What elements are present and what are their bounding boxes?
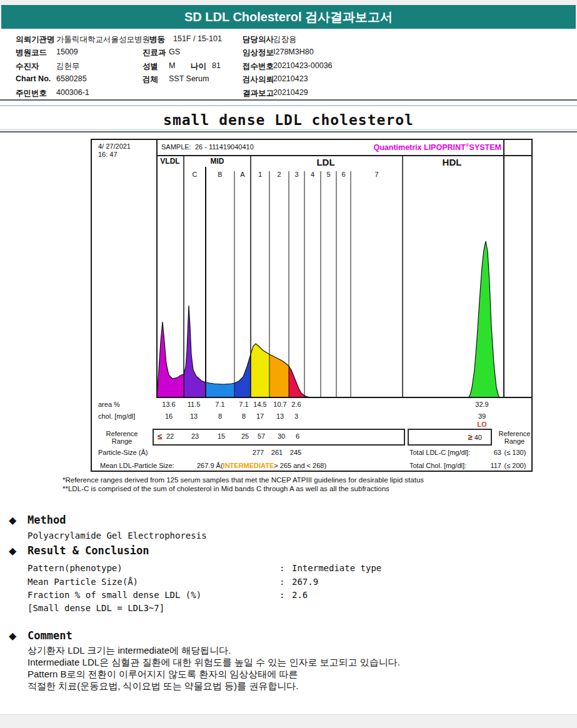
patient-row-4: Chart No. 6580285 검체 SST Serum 검사의뢰 2021… <box>16 74 566 86</box>
mean-size-value: 267.9 Å <box>197 462 221 469</box>
ldl1-peak <box>251 344 269 398</box>
psize-row-label: Particle-Size (Å) <box>98 449 148 456</box>
specimen-value: SST Serum <box>169 74 209 83</box>
ge-symbol: ≥ <box>468 432 473 442</box>
divider-light-2 <box>0 129 577 130</box>
mean-size-label: Mean LDL-Particle Size: <box>100 462 174 469</box>
resident-label: 주민번호 <box>16 88 47 99</box>
org-value: 가톨릭대학교서울성모병원 <box>56 34 150 45</box>
ref-hdl-group: ≥ 40 <box>468 434 491 441</box>
divider-light-1 <box>0 105 577 106</box>
result-label: Pattern(phenotype) <box>28 563 123 573</box>
receipt-value: 20210423-00036 <box>273 61 333 70</box>
ref-vldl: 22 <box>161 432 179 440</box>
chol-mid-c: 13 <box>181 412 206 420</box>
result-value: 2.6 <box>292 590 308 600</box>
name-value: 김헌무 <box>56 61 80 72</box>
area-percent-row: area % 13.6 11.5 7.1 7.1 14.5 10.7 2.6 3… <box>92 401 533 409</box>
chart-time: 16: 47 <box>98 151 131 159</box>
receipt-label: 접수번호 <box>243 61 274 72</box>
hospital-code-label: 병원코드 <box>16 47 47 58</box>
patient-row-1: 의뢰기관명 가톨릭대학교서울성모병원 병동 151F / 15-101 담당의사… <box>16 34 566 46</box>
total-ldl-label: Total LDL-C [mg/dl]: <box>409 449 470 456</box>
mean-size-row: Mean LDL-Particle Size: 267.9 Å(INTERMED… <box>92 462 533 471</box>
divider-date-cell <box>156 140 158 398</box>
chart-date: 4/ 27/2021 <box>98 142 131 151</box>
patient-row-3: 수진자 김헌무 성별 M 나이 81 접수번호 20210423-00036 <box>16 61 566 72</box>
patient-row-2: 병원코드 15009 진료과 GS 임상정보 I278M3H80 <box>16 47 566 59</box>
area-vldl: 13.6 <box>156 401 181 408</box>
brand-name: Quantimetrix LIPOPRINT <box>373 143 465 152</box>
result-note: [Small dense LDL = LDL3~7] <box>28 603 164 613</box>
org-label: 의뢰기관명 <box>16 34 55 45</box>
result-value: Intermediate type <box>292 563 381 573</box>
patient-row-5: 주민번호 400306-1 결과보고 20210429 <box>16 88 566 99</box>
chart-no-label: Chart No. <box>16 74 51 83</box>
area-mid-b: 7.1 <box>208 401 233 408</box>
method-body: Polyacrylamide Gel Electrophoresis <box>28 531 207 541</box>
area-hdl: 32.9 <box>469 401 494 408</box>
total-chol-value: 117 <box>483 462 501 469</box>
total-chol-label: Total Chol. [mg/dl]: <box>409 462 466 469</box>
dept-value: GS <box>169 47 180 56</box>
result-colon: : <box>279 590 284 600</box>
result-label: Fraction % of small dense LDL (%) <box>28 590 201 600</box>
ref-mid-b: 15 <box>212 432 231 440</box>
age-label: 나이 <box>191 61 206 72</box>
area-mid-c: 11.5 <box>181 401 206 408</box>
chol-ldl3: 3 <box>284 412 309 420</box>
intermediate-flag: INTERMEDIATE <box>223 462 274 469</box>
report-date-label: 결과보고 <box>243 88 274 99</box>
footnote-2: **LDL-C is comprised of the sum of chole… <box>63 485 389 492</box>
order-value: 20210423 <box>273 74 308 83</box>
chol-vldl: 16 <box>156 412 181 420</box>
section-title: small dense LDL cholesterol <box>0 112 577 128</box>
comment-line: 상기환자 LDL 크기는 intermediate에 해당됩니다. <box>28 645 231 657</box>
doctor-label: 담당의사 <box>243 34 274 45</box>
area-row-label: area % <box>98 401 120 408</box>
age-value: 81 <box>212 61 221 70</box>
chol-row-label: chol. [mg/dl] <box>98 412 135 420</box>
sample-label: SAMPLE: <box>161 143 191 151</box>
total-chol-ref: (≤ 200) <box>499 462 531 469</box>
ref-range-box-right: ≥ 40 <box>408 429 492 446</box>
mid-b-area <box>206 382 234 398</box>
ref-ldl1: 57 <box>252 432 271 440</box>
diamond-icon: ◆ <box>9 545 16 557</box>
name-label: 수진자 <box>16 61 39 72</box>
report-date-value: 20210429 <box>273 88 308 97</box>
comment-line: Pattern B로의 전환이 이루어지지 않도록 환자의 임상상태에 따른 <box>28 669 298 681</box>
bottom-strip <box>0 714 577 728</box>
sample-value: 26 - 111419040410 <box>195 143 254 151</box>
vldl-peak <box>156 322 184 398</box>
ldl2-area <box>269 354 289 398</box>
sex-value: M <box>169 61 175 70</box>
mean-size-range: > 265 and < 268) <box>274 462 326 469</box>
comment-line: 적절한 치료(운동요법, 식이요법 또는 약물요법 등)를 권유합니다. <box>28 681 298 692</box>
report-title: SD LDL Cholesterol 검사결과보고서 <box>184 10 393 24</box>
area-ldl3: 2.6 <box>284 401 309 408</box>
result-colon: : <box>279 563 284 573</box>
footnote-1: *Reference ranges derived from 125 serum… <box>63 476 424 484</box>
method-heading: Method <box>28 514 66 526</box>
ref-ldl3: 6 <box>288 432 307 440</box>
ward-value: 151F / 15-101 <box>173 34 222 43</box>
total-ldl-ref: (≤ 130) <box>499 449 531 456</box>
comment-line: Intermediate LDL은 심혈관 질환에 대한 위험도를 높일 수 있… <box>28 657 400 669</box>
report-title-bar: SD LDL Cholesterol 검사결과보고서 <box>1 5 576 29</box>
dept-label: 진료과 <box>143 47 166 58</box>
result-heading: Result & Conclusion <box>28 544 149 557</box>
ref-range-label-right: Reference Range <box>497 430 532 445</box>
patient-info: 의뢰기관명 가톨릭대학교서울성모병원 병동 151F / 15-101 담당의사… <box>16 34 566 100</box>
specimen-label: 검체 <box>143 74 158 85</box>
chart-datetime: 4/ 27/2021 16: 47 <box>98 142 131 159</box>
divider-right-margin <box>503 140 504 398</box>
result-colon: : <box>279 577 284 587</box>
ref-hdl: 40 <box>474 434 482 441</box>
psize-ldl3: 245 <box>283 449 308 456</box>
hospital-code-value: 15009 <box>56 47 78 56</box>
result-value: 267.9 <box>292 577 318 587</box>
mean-size-value-group: 267.9 Å(INTERMEDIATE> 265 and < 268) <box>197 462 326 469</box>
particle-size-row: Particle-Size (Å) 277 261 245 Total LDL-… <box>92 449 533 457</box>
chol-mid-b: 8 <box>208 412 233 420</box>
